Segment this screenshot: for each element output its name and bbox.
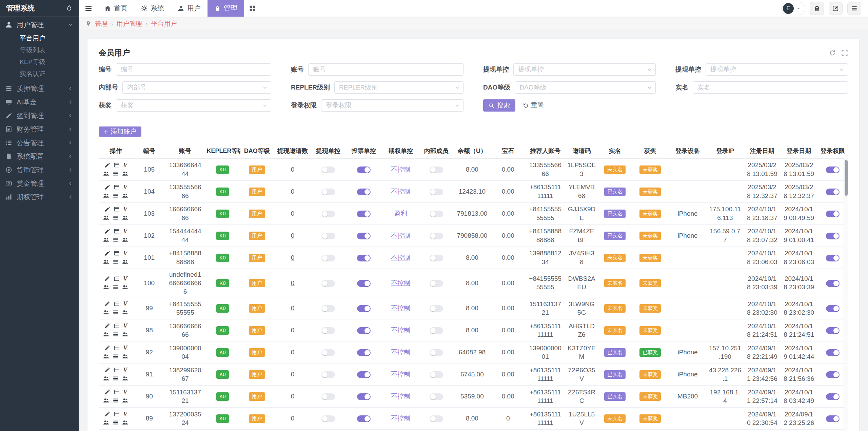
invite-count-link[interactable]: 0 <box>291 393 295 400</box>
card-icon[interactable] <box>114 345 120 351</box>
withdraw-toggle[interactable] <box>321 166 335 173</box>
fullscreen-icon[interactable] <box>841 50 848 56</box>
team-icon[interactable] <box>103 215 109 221</box>
internal-member-toggle[interactable] <box>430 189 443 195</box>
edit-icon[interactable] <box>104 367 110 373</box>
menu-icon[interactable] <box>113 375 119 381</box>
search-button[interactable]: 搜索 <box>483 99 515 112</box>
menu-icon[interactable] <box>113 284 119 290</box>
option-control-link[interactable]: 不控制 <box>391 371 410 378</box>
group-icon[interactable] <box>122 309 128 315</box>
reset-button[interactable]: 重置 <box>520 99 547 112</box>
withdraw-toggle[interactable] <box>321 349 335 356</box>
invite-count-link[interactable]: 0 <box>291 188 295 195</box>
filter-input[interactable] <box>309 64 463 75</box>
sidebar-section-row[interactable]: 期权管理 <box>0 190 79 204</box>
vote-toggle[interactable] <box>357 371 371 378</box>
v-icon[interactable]: V <box>123 301 127 307</box>
internal-member-toggle[interactable] <box>430 255 443 261</box>
login-permission-toggle[interactable] <box>826 233 840 239</box>
edit-icon[interactable] <box>104 162 110 168</box>
menu-icon[interactable] <box>113 353 119 359</box>
invite-count-link[interactable]: 0 <box>291 371 295 378</box>
option-control-link[interactable]: 不控制 <box>391 166 410 173</box>
option-control-link[interactable]: 不控制 <box>391 415 410 422</box>
team-icon[interactable] <box>103 353 109 359</box>
v-icon[interactable]: V <box>123 250 127 256</box>
filter-input[interactable] <box>123 82 271 93</box>
card-icon[interactable] <box>114 367 120 373</box>
option-control-link[interactable]: 不控制 <box>391 349 410 356</box>
login-permission-toggle[interactable] <box>826 189 840 195</box>
internal-member-toggle[interactable] <box>430 305 443 312</box>
card-icon[interactable] <box>114 228 120 234</box>
invite-count-link[interactable]: 0 <box>291 232 295 239</box>
group-icon[interactable] <box>122 419 128 426</box>
invite-count-link[interactable]: 0 <box>291 305 295 312</box>
option-control-link[interactable]: 盈利 <box>394 210 407 217</box>
v-icon[interactable]: V <box>123 184 127 190</box>
edit-icon[interactable] <box>104 301 110 307</box>
team-icon[interactable] <box>103 171 109 177</box>
login-permission-toggle[interactable] <box>826 349 840 356</box>
group-icon[interactable] <box>122 353 128 359</box>
team-icon[interactable] <box>103 284 109 290</box>
card-icon[interactable] <box>114 206 120 212</box>
vote-toggle[interactable] <box>357 349 371 356</box>
v-icon[interactable]: V <box>123 228 127 234</box>
edit-icon[interactable] <box>104 250 110 256</box>
sidebar-section-row[interactable]: 公告管理 <box>0 136 79 150</box>
invite-count-link[interactable]: 0 <box>291 279 295 287</box>
team-icon[interactable] <box>103 193 109 199</box>
group-icon[interactable] <box>122 284 128 290</box>
user-avatar-menu[interactable]: E <box>781 2 805 15</box>
edit-button[interactable] <box>829 2 843 15</box>
v-icon[interactable]: V <box>123 367 127 373</box>
sidebar-section-row[interactable]: 质押管理 <box>0 82 79 95</box>
filter-input[interactable] <box>116 64 271 75</box>
topnav-item[interactable]: 用户 <box>171 0 208 17</box>
withdraw-toggle[interactable] <box>321 189 335 195</box>
filter-input[interactable] <box>514 64 655 75</box>
sidebar-subitem[interactable]: 实名认证 <box>0 68 79 80</box>
withdraw-toggle[interactable] <box>321 233 335 239</box>
login-permission-toggle[interactable] <box>826 255 840 261</box>
internal-member-toggle[interactable] <box>430 166 443 173</box>
withdraw-toggle[interactable] <box>321 415 335 422</box>
login-permission-toggle[interactable] <box>826 371 840 378</box>
filter-input[interactable] <box>116 100 271 111</box>
withdraw-toggle[interactable] <box>321 280 335 287</box>
filter-input[interactable] <box>321 100 463 111</box>
option-control-link[interactable]: 不控制 <box>391 279 410 287</box>
topnav-item[interactable]: 首页 <box>98 0 134 17</box>
team-icon[interactable] <box>103 375 109 381</box>
edit-icon[interactable] <box>104 206 110 212</box>
group-icon[interactable] <box>122 397 128 404</box>
card-icon[interactable] <box>114 276 120 282</box>
card-icon[interactable] <box>114 250 120 256</box>
sidebar-section-row[interactable]: 赏金管理 <box>0 177 79 190</box>
edit-icon[interactable] <box>104 411 110 417</box>
option-control-link[interactable]: 不控制 <box>391 393 410 400</box>
edit-icon[interactable] <box>104 184 110 190</box>
menu-icon[interactable] <box>113 237 119 243</box>
menu-icon[interactable] <box>113 259 119 265</box>
login-permission-toggle[interactable] <box>826 415 840 422</box>
vote-toggle[interactable] <box>357 393 371 400</box>
group-icon[interactable] <box>122 259 128 265</box>
login-permission-toggle[interactable] <box>826 327 840 334</box>
topnav-item[interactable]: 系统 <box>134 0 171 17</box>
internal-member-toggle[interactable] <box>430 327 443 334</box>
option-control-link[interactable]: 不控制 <box>391 232 410 239</box>
group-icon[interactable] <box>122 237 128 243</box>
option-control-link[interactable]: 不控制 <box>391 327 410 334</box>
sidebar-section-row[interactable]: 货币管理 <box>0 163 79 177</box>
v-icon[interactable]: V <box>123 162 127 168</box>
table-scrollbar[interactable] <box>844 158 848 431</box>
internal-member-toggle[interactable] <box>430 393 443 400</box>
vote-toggle[interactable] <box>357 415 371 422</box>
edit-icon[interactable] <box>104 345 110 351</box>
sidebar-section-row[interactable]: 签到管理 <box>0 109 79 122</box>
invite-count-link[interactable]: 0 <box>291 327 295 334</box>
login-permission-toggle[interactable] <box>826 280 840 287</box>
